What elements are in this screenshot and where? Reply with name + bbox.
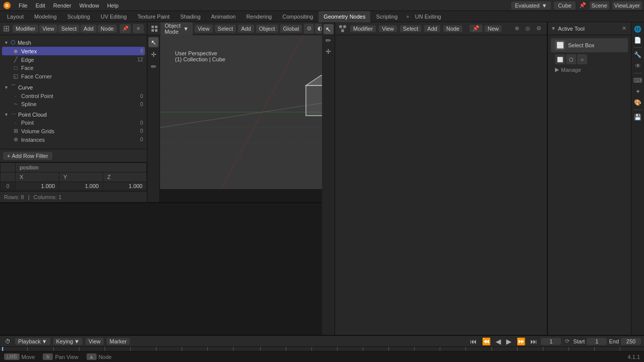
object-mode-btn[interactable]: Object Mode ▼ — [160, 22, 193, 36]
node-canvas[interactable] — [335, 35, 547, 335]
keymap-icon-2[interactable]: ⬡ — [566, 54, 576, 64]
engine-selector[interactable]: Evaluated ▼ — [511, 2, 551, 10]
instances-item[interactable]: ⊕ Instances 0 — [2, 135, 145, 144]
node-new-btn[interactable]: New — [485, 25, 502, 32]
node-ed-modifier-btn[interactable]: Modifier — [350, 25, 376, 32]
face-corner-item[interactable]: ◱ Face Corner — [2, 72, 145, 80]
spreadsheet-select-btn[interactable]: Select — [58, 25, 80, 33]
tab-sculpting[interactable]: Sculpting — [62, 11, 95, 22]
vp-view-btn[interactable]: View — [195, 25, 213, 33]
spreadsheet-node-btn[interactable]: Node — [98, 25, 117, 33]
viewport-type-icon[interactable] — [150, 24, 158, 33]
node-editor-type-icon[interactable] — [338, 24, 347, 33]
tab-rendering[interactable]: Rendering — [241, 11, 277, 22]
tab-uv-editing[interactable]: UV Editing — [96, 11, 132, 22]
tab-scripting[interactable]: Scripting — [371, 11, 403, 22]
marker-btn[interactable]: Marker — [107, 338, 130, 345]
tab-modeling[interactable]: Modeling — [29, 11, 62, 22]
tc-next-frame[interactable]: ⏩ — [515, 337, 527, 345]
far-icon-input[interactable]: ⌨ — [633, 75, 643, 85]
table-row[interactable]: 01.0001.0001.000 — [1, 182, 147, 191]
node-extra-tool[interactable]: ✛ — [324, 46, 334, 56]
tab-shading[interactable]: Shading — [175, 11, 205, 22]
tab-compositing[interactable]: Compositing — [277, 11, 318, 22]
face-item[interactable]: □ Face — [2, 64, 145, 72]
spreadsheet-modifier-btn[interactable]: Modifier — [13, 25, 38, 33]
node-ed-add-btn[interactable]: Add — [424, 25, 440, 32]
spreadsheet-add-btn[interactable]: Add — [80, 25, 97, 33]
spreadsheet-type-icon[interactable]: ⊞ — [3, 24, 10, 33]
point-cloud-header[interactable]: ▼ ⋯ Point Cloud — [2, 110, 145, 119]
viewlayer-selector[interactable]: ViewLayer — [612, 2, 642, 10]
curve-header[interactable]: ▼ ⌒ Curve — [2, 82, 145, 92]
node-ed-view-btn[interactable]: View — [379, 25, 397, 32]
spreadsheet-settings-btn[interactable]: ≡ — [133, 24, 144, 33]
node-select-tool[interactable]: ↖ — [324, 24, 334, 34]
scene-selector[interactable]: Scene — [590, 2, 609, 10]
transform-tool[interactable]: ✛ — [148, 49, 158, 59]
end-frame-input[interactable]: 250 — [621, 338, 641, 345]
spreadsheet-table[interactable]: position X Y Z 01.0001.0001.00011.000-1.… — [0, 162, 147, 191]
menu-edit[interactable]: Edit — [32, 2, 49, 10]
tc-prev-frame[interactable]: ⏪ — [480, 337, 492, 345]
menu-file[interactable]: File — [15, 2, 31, 10]
node-proportional-icon[interactable]: ◎ — [523, 24, 533, 34]
spline-item[interactable]: ~ Spline 0 — [2, 100, 145, 108]
tab-animation[interactable]: Animation — [206, 11, 241, 22]
active-tool-close-icon[interactable]: ✕ — [620, 25, 628, 33]
volume-grids-item[interactable]: ⊞ Volume Grids 0 — [2, 127, 145, 135]
vertex-item[interactable]: ◆ Vertex 8 — [2, 47, 145, 55]
point-item[interactable]: · Point 0 — [2, 119, 145, 127]
start-frame-input[interactable]: 1 — [587, 338, 607, 345]
spreadsheet-view-btn[interactable]: View — [39, 25, 57, 33]
manage-tool-btn[interactable]: ▶ Manage — [551, 64, 628, 75]
keying-btn[interactable]: Keying▼ — [53, 338, 83, 345]
restore-anim-icon[interactable]: ⟳ — [563, 337, 571, 345]
node-pin-btn[interactable]: 📌 — [469, 25, 482, 32]
far-icon-output[interactable]: 📄 — [633, 35, 643, 45]
timeline-view-btn[interactable]: View — [86, 338, 104, 345]
edge-item[interactable]: ╱ Edge 12 — [2, 55, 145, 64]
far-icon-addons[interactable]: ✦ — [633, 86, 643, 97]
far-icon-render[interactable]: 🌐 — [633, 24, 643, 34]
pin-icon[interactable]: 📌 — [579, 2, 587, 10]
tab-geometry-nodes[interactable]: Geometry Nodes — [318, 11, 370, 22]
node-settings-icon[interactable]: ⚙ — [534, 24, 544, 34]
keymap-icon-1[interactable]: ⬜ — [555, 54, 565, 64]
select-tool[interactable]: ↖ — [148, 37, 158, 47]
tc-play[interactable]: ▶ — [505, 337, 513, 345]
shading-global-btn[interactable]: Global — [280, 25, 302, 33]
menu-window[interactable]: Window — [76, 2, 103, 10]
node-ed-select-btn[interactable]: Select — [400, 25, 422, 32]
far-icon-view[interactable]: 👁 — [633, 61, 643, 71]
tc-jump-start[interactable]: ⏮ — [468, 337, 478, 345]
far-icon-save-preferences[interactable]: 💾 — [633, 112, 643, 122]
annotate-tool[interactable]: ✏ — [148, 61, 158, 71]
spreadsheet-pin-btn[interactable]: 📌 — [120, 24, 131, 33]
playback-btn[interactable]: Playback▼ — [15, 338, 50, 345]
keymap-icon-3[interactable]: ○ — [577, 54, 587, 64]
vp-add-btn[interactable]: Add — [238, 25, 254, 33]
menu-help[interactable]: Help — [104, 2, 122, 10]
viewport-canvas[interactable]: User Perspective (1) Collection | Cube X — [160, 35, 322, 189]
select-box-tool-item[interactable]: ⬜ Select Box — [551, 38, 628, 52]
far-icon-themes[interactable]: 🎨 — [633, 98, 643, 108]
vp-object-btn[interactable]: Object — [256, 25, 278, 33]
tc-rewind[interactable]: ◀ — [494, 337, 503, 345]
vp-select-btn[interactable]: Select — [215, 25, 236, 33]
node-ed-node-btn[interactable]: Node — [443, 25, 462, 32]
object-selector[interactable]: Cube — [554, 2, 575, 10]
node-annotate-tool[interactable]: ✏ — [324, 35, 334, 45]
menu-render[interactable]: Render — [50, 2, 75, 10]
current-frame-input[interactable]: 1 — [541, 338, 561, 345]
tab-layout[interactable]: Layout — [2, 11, 29, 22]
far-icon-tool[interactable]: 🔧 — [633, 50, 643, 60]
add-row-filter-btn[interactable]: + Add Row Filter — [3, 152, 52, 160]
tab-texture-paint[interactable]: Texture Paint — [132, 11, 175, 22]
timeline-type-icon[interactable]: ⏱ — [3, 337, 12, 346]
node-snap-icon[interactable]: ⊕ — [512, 24, 522, 34]
mesh-header[interactable]: ▼ ⬡ Mesh — [2, 38, 145, 47]
overlay-icon[interactable]: ⊙ — [304, 24, 314, 34]
add-workspace-tab[interactable]: + — [403, 13, 412, 21]
tc-jump-end[interactable]: ⏭ — [529, 337, 539, 345]
